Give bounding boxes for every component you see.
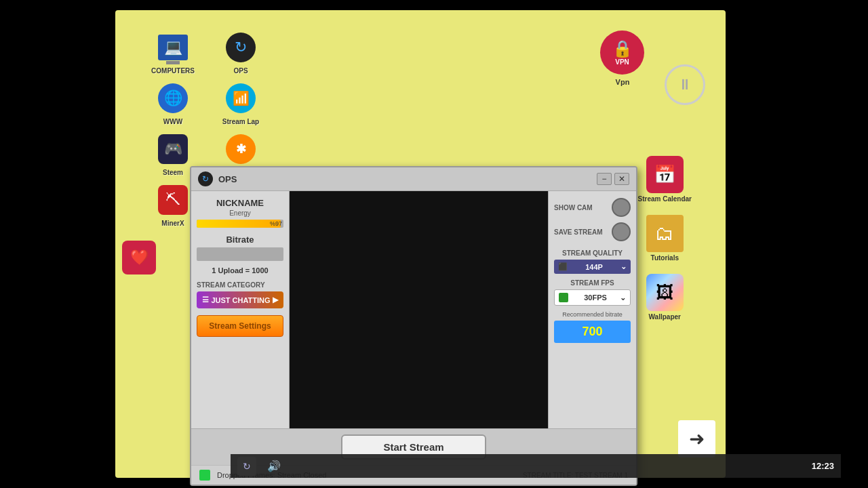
wallpaper-item[interactable]: 🖼 Wallpaper: [638, 274, 692, 321]
quality-select[interactable]: ⬛ 144P ⌄: [554, 260, 631, 274]
just-chatting-button[interactable]: ☰ JUST CHATTING ▶: [197, 291, 283, 308]
recommended-bitrate-label: Recommended bitrate: [554, 311, 631, 318]
fps-chevron-icon: ⌄: [620, 293, 626, 302]
right-icons-area: 📅 Stream Calendar 🗂 Tutorials 🖼 Wallpape…: [638, 156, 692, 321]
vpn-icon[interactable]: 🔒 VPN: [600, 30, 644, 75]
quality-select-value: 144P: [585, 263, 603, 271]
energy-bar-fill: [197, 220, 281, 228]
steam-icon: 🎮: [156, 132, 190, 166]
status-indicator: [199, 470, 210, 481]
ops-left-panel: NICKNAME Energy %97 Bitrate 1 Upload = 1…: [191, 191, 290, 428]
energy-bar: %97: [197, 220, 283, 228]
pause-icon: ⏸: [677, 76, 692, 94]
ops-content-area: NICKNAME Energy %97 Bitrate 1 Upload = 1…: [191, 191, 636, 428]
streamlap-label: Stream Lap: [222, 118, 259, 125]
computers-icon-item[interactable]: 💻 COMPUTERS: [149, 30, 197, 75]
chat-arrow-icon: ▶: [273, 296, 278, 304]
bitrate-value-display: 700: [554, 321, 631, 343]
miner-label: MinerX: [161, 220, 184, 227]
tutorials-label: Tutorials: [651, 254, 679, 262]
ops-window: ↻ OPS − ✕ NICKNAME Energy %97 Bitrate 1 …: [190, 166, 637, 486]
ops-nickname: NICKNAME: [197, 198, 283, 208]
just-chatting-text: JUST CHATTING: [211, 296, 270, 304]
icon-row-2: 🌐 WWW 📶 Stream Lap: [149, 81, 264, 125]
quality-chevron-icon: ⌄: [620, 262, 627, 271]
stream-calendar-icon: 📅: [646, 156, 684, 193]
ops-desktop-icon: ↻: [224, 30, 258, 64]
vpn-lock-icon: 🔒: [612, 39, 633, 58]
streamlap-icon: 📶: [224, 81, 258, 115]
chat-icon: ☰: [202, 296, 209, 304]
energy-pct: %97: [270, 220, 282, 228]
ops-energy-label: Energy: [197, 209, 283, 217]
taskbar-ops-icon[interactable]: ↻: [237, 457, 256, 476]
stream-category-label: STREAM CATEGORY: [197, 281, 283, 289]
icon-row-1: 💻 COMPUTERS ↻ OPS: [149, 30, 264, 75]
bitrate-label: Bitrate: [197, 235, 283, 245]
save-stream-row: SAVE STREAM: [554, 222, 631, 241]
fps-select[interactable]: 30FPS ⌄: [554, 289, 631, 306]
computers-label: COMPUTERS: [151, 67, 195, 75]
streamlap-icon-item[interactable]: 📶 Stream Lap: [217, 81, 264, 125]
close-button[interactable]: ✕: [614, 173, 629, 185]
show-cam-toggle[interactable]: [612, 198, 631, 217]
taskbar: ↻ 🔊 12:23: [231, 454, 841, 478]
stream-settings-button[interactable]: Stream Settings: [197, 315, 283, 337]
vpn-text: VPN: [615, 58, 629, 66]
upload-label: 1 Upload = 1000: [197, 266, 283, 274]
stream-fps-label: STREAM FPS: [554, 279, 631, 287]
save-stream-toggle[interactable]: [612, 222, 631, 241]
exit-button[interactable]: ➜: [678, 420, 715, 458]
tutorials-icon: 🗂: [646, 215, 684, 252]
www-icon-item[interactable]: 🌐 WWW: [149, 81, 197, 125]
computers-icon: 💻: [156, 30, 190, 64]
minimize-button[interactable]: −: [597, 173, 612, 185]
stream-settings-text: Stream Settings: [209, 321, 271, 331]
stream-quality-label: STREAM QUALITY: [554, 249, 631, 257]
vpn-label: Vpn: [602, 78, 643, 86]
desktop-screen: 💻 COMPUTERS ↻ OPS 🌐 WWW: [115, 10, 726, 478]
www-label: WWW: [163, 118, 182, 125]
ops-desktop-icon-item[interactable]: ↻ OPS: [217, 30, 264, 75]
tutorials-item[interactable]: 🗂 Tutorials: [638, 215, 692, 262]
quality-section: STREAM QUALITY ⬛ 144P ⌄ STREAM FPS 30FPS…: [554, 249, 631, 343]
ops-titlebar: ↻ OPS − ✕: [191, 167, 636, 191]
wallpaper-icon: 🖼: [646, 274, 684, 311]
heartrate-icon[interactable]: ❤️: [122, 241, 156, 274]
ops-desktop-label: OPS: [233, 67, 248, 75]
wallpaper-label: Wallpaper: [649, 313, 681, 321]
www-icon: 🌐: [156, 81, 190, 115]
show-cam-row: SHOW CAM: [554, 198, 631, 217]
steam-label: Steem: [163, 169, 183, 176]
save-stream-label: SAVE STREAM: [554, 228, 603, 236]
fps-value: 30FPS: [584, 293, 607, 302]
ops-title-icon: ↻: [198, 171, 213, 186]
show-cam-label: SHOW CAM: [554, 204, 593, 211]
pause-button[interactable]: ⏸: [665, 64, 705, 105]
bitrate-bar: [197, 247, 283, 261]
ops-right-panel: SHOW CAM SAVE STREAM STREAM QUALITY ⬛ 14…: [548, 191, 636, 428]
miner-icon: ⛏: [156, 183, 190, 217]
volume-icon[interactable]: 🔊: [267, 460, 281, 472]
stream-preview: [290, 191, 548, 428]
stream-calendar-item[interactable]: 📅 Stream Calendar: [638, 156, 692, 203]
stream-calendar-label: Stream Calendar: [638, 195, 692, 203]
fps-checkbox: [559, 293, 568, 302]
avest-icon: ✱: [224, 132, 258, 166]
ops-window-title: OPS: [218, 174, 594, 184]
start-stream-text: Start Stream: [383, 441, 443, 453]
clock: 12:23: [812, 461, 834, 471]
quality-select-icon: ⬛: [558, 262, 568, 271]
